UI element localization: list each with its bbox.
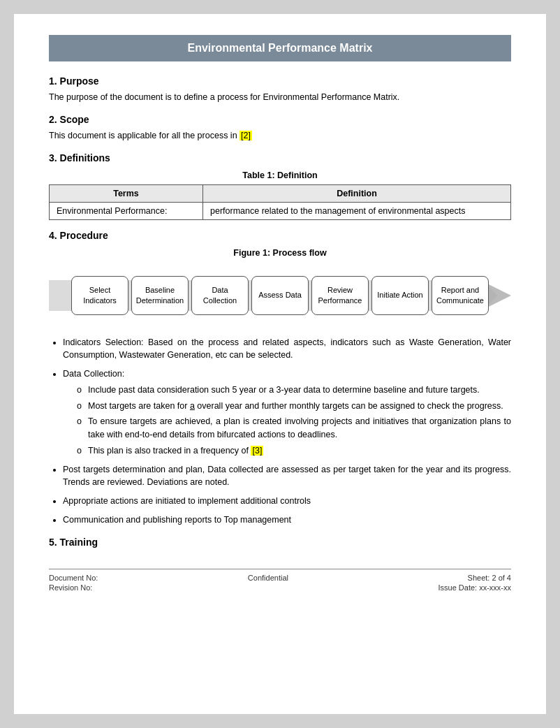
flow-box-report-communicate: Report andCommunicate [432,276,489,315]
section-purpose-title: 1. Purpose [49,75,511,87]
bullet-actions: Appropriate actions are initiated to imp… [63,495,511,508]
footer: Document No: Revision No: Confidential S… [49,569,511,592]
highlight-3: [3] [251,446,263,456]
figure-caption: Figure 1: Process flow [49,248,511,258]
section-definitions-title: 3. Definitions [49,152,511,163]
flow-box-review-performance: ReviewPerformance [311,276,369,315]
footer-left: Document No: Revision No: [49,574,98,592]
scope-text: This document is applicable for all the … [49,129,511,143]
footer-right: Sheet: 2 of 4 Issue Date: xx-xxx-xx [438,574,511,592]
section-procedure-title: 4. Procedure [49,230,511,241]
term-cell: Environmental Performance: [50,202,203,219]
doc-no-label: Document No: [49,574,98,582]
col-definition: Definition [203,184,511,202]
table-caption: Table 1: Definition [49,170,511,180]
issue-date-label: Issue Date: xx-xxx-xx [438,583,511,592]
table-row: Environmental Performance: performance r… [50,202,511,219]
section-scope-title: 2. Scope [49,114,511,125]
sub-list-data-collection: Include past data consideration such 5 y… [77,384,511,458]
flow-box-select-indicators: SelectIndicators [71,276,128,315]
definition-cell: performance related to the management of… [203,202,511,219]
bullet-data-collection: Data Collection: Include past data consi… [63,367,511,458]
flow-box-baseline: BaselineDetermination [131,276,189,315]
page: Environmental Performance Matrix 1. Purp… [14,14,546,714]
section-training-title: 5. Training [49,537,511,548]
page-title: Environmental Performance Matrix [188,42,373,54]
confidential-label: Confidential [248,574,288,582]
procedure-bullets: Indicators Selection: Based on the proce… [63,336,511,527]
flow-box-assess-data: Assess Data [251,276,309,315]
process-flow: SelectIndicators BaselineDetermination D… [49,269,511,322]
page-header: Environmental Performance Matrix [49,35,511,61]
purpose-text: The purpose of the document is to define… [49,91,511,104]
flow-boxes: SelectIndicators BaselineDetermination D… [71,269,489,322]
sub-item-1: Include past data consideration such 5 y… [77,384,511,397]
flow-box-initiate-action: Initiate Action [371,276,429,315]
sub-item-4: This plan is also tracked in a frequency… [77,444,511,458]
footer-center: Confidential [248,574,288,592]
sheet-label: Sheet: 2 of 4 [438,574,511,582]
bullet-post-targets: Post targets determination and plan, Dat… [63,463,511,490]
flow-box-data-collection: DataCollection [191,276,249,315]
col-terms: Terms [50,184,203,202]
definitions-table: Terms Definition Environmental Performan… [49,184,511,220]
revision-label: Revision No: [49,583,98,592]
bullet-communication: Communication and publishing reports to … [63,514,511,527]
sub-item-3: To ensure targets are achieved, a plan i… [77,415,511,442]
sub-item-2: Most targets are taken for a overall yea… [77,400,511,413]
bullet-indicators: Indicators Selection: Based on the proce… [63,336,511,363]
scope-highlight: [2] [240,131,252,140]
